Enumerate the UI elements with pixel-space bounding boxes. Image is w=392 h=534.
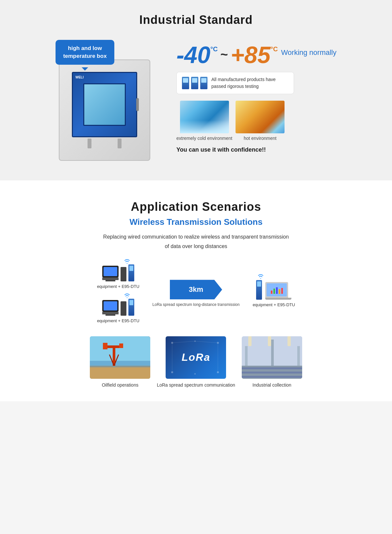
monitor-container-1 [102,266,119,281]
equip-drawing-items-2 [102,299,134,316]
machine-leg-left [88,139,91,148]
img-label-lora: LoRa spread spectrum communication [157,382,235,389]
confidence-text: You can use it with confidence!! [176,146,343,153]
wifi-signal-3 [257,273,265,281]
env-hot-col: hot environment [236,101,285,142]
monitor-screen-2 [104,301,117,310]
img-label-oilfield: Oilfield operations [102,382,139,389]
bar-2 [273,289,275,294]
tower-1 [121,267,126,281]
working-normally: Working normally [281,49,336,56]
temp-range: -40 °C ~ +85 °C Working normally [176,43,343,67]
bar-chart [271,286,283,294]
monitor-2 [102,300,119,312]
temp-minus: -40 [176,43,210,67]
dtu-device-right [256,280,262,300]
device-icon-1 [182,77,189,89]
env-cold-label: extremely cold environment [176,135,232,142]
arrow-shape: 3km [170,280,222,299]
env-cold-image [180,101,229,133]
env-hot-label: hot environment [244,135,276,142]
svg-rect-25 [242,372,302,374]
section2-desc-line2: of data over long distances [165,243,227,249]
section2-desc: Replacing wired communication to realize… [82,232,310,251]
device-icon-2 [191,77,198,89]
device-icon-3 [200,77,207,89]
right-equip-row [256,280,291,300]
monitor-base-1 [106,280,115,281]
machine-handle [136,98,139,111]
arrow-box: 3km LoRa spread spectrum long-distance t… [153,280,240,308]
equip-drawing-2 [102,299,134,316]
right-equip-drawing [256,280,291,300]
testing-text: All manufactured products have passed ri… [211,76,288,90]
device-icons [182,77,207,89]
svg-rect-24 [242,367,302,369]
laptop-base [265,298,291,300]
bar-3 [276,287,278,294]
monitor-base-2 [106,314,115,316]
monitor-container-2 [102,300,119,316]
dtu-device-2 [128,299,134,316]
img-label-industrial: Industrial collection [253,382,291,389]
arrow-desc: LoRa spread spectrum long-distance trans… [153,302,240,308]
img-card-lora: LoRa LoRa spread spectrum communication [157,336,235,389]
env-hot-image [236,101,285,133]
industrial-content: high and low temperature box WELI -40 °C [49,40,343,161]
bar-5 [281,288,283,294]
env-cold-col: extremely cold environment [176,101,232,142]
machine-legs [88,139,122,148]
svg-rect-27 [245,346,248,366]
svg-rect-6 [119,343,123,348]
equip-unit-2: equipment + E95-DTU [97,299,139,323]
machine-leg-right [118,139,122,148]
dtu-device-1 [128,264,134,281]
svg-rect-26 [242,376,302,378]
arrow-km: 3km [189,285,203,294]
temp-celsius-blue: °C [210,46,218,52]
svg-line-16 [195,341,218,343]
section-industrial: Industrial Standard high and low tempera… [0,0,392,180]
section1-title: Industrial Standard [0,13,392,27]
svg-point-14 [194,373,196,375]
laptop-screen [267,283,287,296]
equip-unit-1: equipment + E95-DTU [97,264,139,289]
img-industrial [242,336,302,379]
section-application: Application Scenarios Wireless Transmiss… [0,180,392,401]
laptop-container [265,282,291,300]
machine-window [83,83,126,126]
monitor-1 [102,266,119,277]
tower-2 [121,301,126,316]
img-card-oilfield: Oilfield operations [90,336,150,389]
equip-label-3: equipment + E95-DTU [253,302,295,307]
svg-rect-2 [90,361,150,367]
svg-rect-28 [271,340,274,366]
svg-line-15 [172,341,195,343]
testing-badge: All manufactured products have passed ri… [176,72,294,94]
monitor-screen-1 [104,267,117,276]
svg-rect-21 [268,336,271,346]
equip-label-1: equipment + E95-DTU [97,284,139,289]
temp-celsius-orange: °C [270,46,278,52]
bar-1 [271,291,272,294]
temp-plus: +85 [231,43,270,67]
equip-label-2: equipment + E95-DTU [97,318,139,323]
bar-4 [279,289,280,294]
svg-rect-20 [248,336,252,346]
svg-rect-22 [287,336,291,346]
env-images: extremely cold environment hot environme… [176,101,343,142]
img-lora: LoRa [166,336,226,379]
laptop [265,282,288,298]
machine-illustration: WELI [59,59,150,161]
right-panel: -40 °C ~ +85 °C Working normally All man… [167,40,343,153]
speech-bubble: high and low temperature box [56,40,114,65]
img-card-industrial: Industrial collection [242,336,302,389]
equip-drawing-1 [102,264,134,281]
temp-tilde: ~ [220,48,228,61]
section2-desc-line1: Replacing wired communication to realize… [103,234,289,240]
svg-rect-5 [103,343,107,349]
left-panel: high and low temperature box WELI [49,40,167,161]
machine-logo: WELI [75,75,84,79]
right-equip: equipment + E95-DTU [253,280,295,307]
img-oilfield [90,336,150,379]
